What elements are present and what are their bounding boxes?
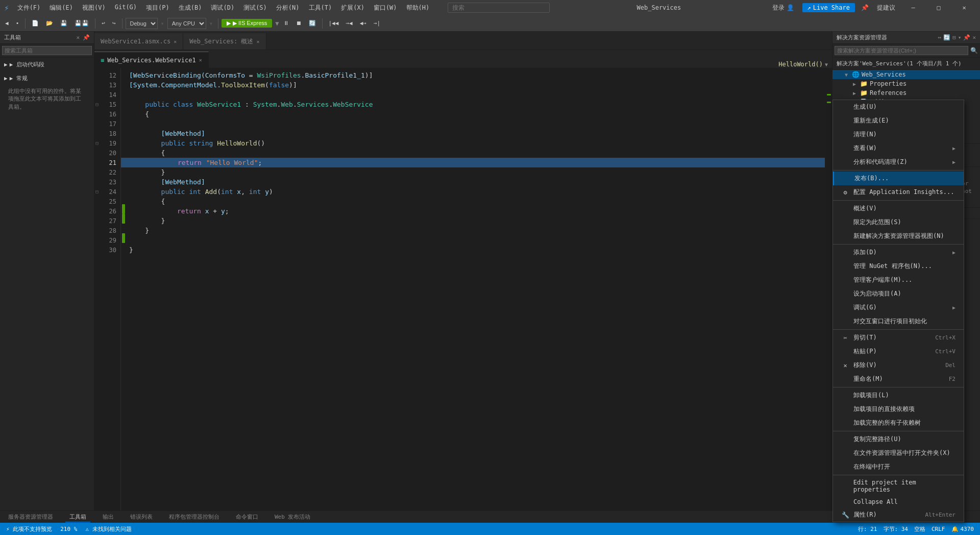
menu-analyze[interactable]: 分析(N) xyxy=(272,3,304,13)
solution-explorer-search-input[interactable] xyxy=(835,46,968,55)
bottom-tab-toolbox[interactable]: 工具箱 xyxy=(65,512,90,522)
cpu-dropdown[interactable]: Any CPU xyxy=(167,18,206,29)
toolbar-misc1[interactable]: |◀◀ xyxy=(326,19,342,28)
tree-item-webservices[interactable]: ▼ 🌐 Web_Services xyxy=(832,70,980,79)
toolbar-save[interactable]: 💾 xyxy=(57,19,70,28)
ctx-open-folder[interactable]: 在文件资源管理器中打开文件夹(X) xyxy=(833,446,964,460)
ctx-load-direct[interactable]: 加载项目的直接依赖项 xyxy=(833,402,964,416)
code-content[interactable]: [WebServiceBinding(ConformsTo = WsiProfi… xyxy=(121,68,825,510)
toolbar-new[interactable]: 📄 xyxy=(29,19,42,28)
menu-build[interactable]: 生成(B) xyxy=(175,3,206,13)
bottom-tab-package[interactable]: 程序包管理器控制台 xyxy=(165,512,224,522)
minimize-button[interactable]: — xyxy=(901,0,925,15)
run-dropdown[interactable]: ▼ xyxy=(275,20,279,27)
status-encoding[interactable]: CRLF xyxy=(929,525,947,533)
menu-view[interactable]: 视图(V) xyxy=(78,3,110,13)
ctx-scope[interactable]: 限定为此范围(S) xyxy=(833,215,964,229)
bottom-tab-server-explorer[interactable]: 服务器资源管理器 xyxy=(4,512,57,522)
toolbox-pin-button[interactable]: 📌 xyxy=(83,34,90,41)
menu-debug[interactable]: 调试(D) xyxy=(207,3,238,13)
status-issues[interactable]: ⚠ 未找到相关问题 xyxy=(83,525,133,533)
run-button[interactable]: ▶ ▶ IIS Express xyxy=(222,19,272,28)
minimap-scrollbar[interactable] xyxy=(825,68,832,510)
solution-explorer-filter-icon[interactable]: ▾ xyxy=(958,34,962,41)
toolbar-nav[interactable]: • xyxy=(13,19,22,28)
status-zoom[interactable]: 210 % xyxy=(58,526,79,532)
menu-extensions[interactable]: 扩展(X) xyxy=(337,3,369,13)
toolbox-close-button[interactable]: ✕ xyxy=(76,34,80,41)
toolbar-redo[interactable]: ↪ xyxy=(109,19,119,28)
ctx-overview[interactable]: 概述(V) xyxy=(833,202,964,215)
active-tab-close[interactable]: ✕ xyxy=(199,57,202,63)
tree-item-properties[interactable]: ▶ 📁 Properties xyxy=(832,79,980,88)
method-dropdown[interactable]: HelloWorld() ▼ xyxy=(774,61,832,68)
active-tab[interactable]: ≡ Web_Services.WebService1 ✕ xyxy=(94,52,209,68)
toolbar-save-all[interactable]: 💾💾 xyxy=(71,19,92,28)
ctx-newview[interactable]: 新建解决方案资源管理器视图(N) xyxy=(833,229,964,243)
ctx-add[interactable]: 添加(D) ▶ xyxy=(833,246,964,259)
toolbar-misc3[interactable]: ◀→ xyxy=(357,19,370,28)
toolbar-back[interactable]: ◀ xyxy=(2,19,12,28)
ctx-open-terminal[interactable]: 在终端中打开 xyxy=(833,460,964,474)
status-notifs[interactable]: 🔔 4370 xyxy=(949,525,976,533)
live-share-button[interactable]: ↗ Live Share xyxy=(802,3,855,12)
toolbar-undo[interactable]: ↩ xyxy=(99,19,108,28)
solution-explorer-pin-icon[interactable]: 📌 xyxy=(963,34,970,41)
solution-explorer-collapse-icon[interactable]: ⊟ xyxy=(952,34,956,41)
bottom-tab-errors[interactable]: 错误列表 xyxy=(126,512,157,522)
collapse-24-button[interactable]: ⊟ xyxy=(95,189,99,194)
toolbox-startup-toggle[interactable]: ▶ ▶ 启动代码段 xyxy=(4,60,90,69)
ctx-copy-path[interactable]: 复制完整路径(U) xyxy=(833,432,964,446)
status-col[interactable]: 字节: 34 xyxy=(881,525,911,533)
toolbar-stop[interactable]: ⏹ xyxy=(293,19,305,28)
ctx-clean[interactable]: 清理(N) xyxy=(833,128,964,141)
ctx-publish[interactable]: 发布(B)... xyxy=(833,172,964,185)
ctx-load-all[interactable]: 加载完整的所有子依赖树 xyxy=(833,416,964,430)
menu-test[interactable]: 测试(S) xyxy=(239,3,271,13)
toolbar-open[interactable]: 📂 xyxy=(43,19,56,28)
menu-tools[interactable]: 工具(T) xyxy=(305,3,336,13)
ctx-cut[interactable]: ✂ 剪切(T) Ctrl+X xyxy=(833,331,964,345)
toolbox-search-input[interactable] xyxy=(2,46,92,55)
menu-file[interactable]: 文件(F) xyxy=(13,3,45,13)
collapse-15-button[interactable]: ⊟ xyxy=(95,102,99,107)
menu-window[interactable]: 窗口(W) xyxy=(370,3,401,13)
ctx-collapse-all[interactable]: Collapse All xyxy=(833,496,964,508)
solution-explorer-sync-icon[interactable]: ↔ xyxy=(938,34,942,41)
bottom-tab-output[interactable]: 输出 xyxy=(99,512,118,522)
status-line[interactable]: 行: 21 xyxy=(856,525,879,533)
toolbar-restart[interactable]: 🔄 xyxy=(306,19,319,28)
tab-overview-close[interactable]: ✕ xyxy=(256,39,259,44)
bottom-tab-publish[interactable]: Web 发布活动 xyxy=(271,512,315,522)
status-space[interactable]: 空格 xyxy=(912,525,927,533)
tab-webservice1[interactable]: WebService1.asmx.cs ✕ xyxy=(94,33,183,50)
ctx-debug-sub[interactable]: 调试(G) ▶ xyxy=(833,301,964,314)
ctx-edit-properties[interactable]: Edit project item properties xyxy=(833,476,964,496)
ctx-unload[interactable]: 卸载项目(L) xyxy=(833,388,964,402)
menu-git[interactable]: Git(G) xyxy=(111,3,141,13)
ctx-interactive[interactable]: 对交互窗口进行项目初始化 xyxy=(833,314,964,328)
ctx-rename[interactable]: 重命名(M) F2 xyxy=(833,372,964,386)
login-area[interactable]: 登录 👤 xyxy=(768,4,798,12)
menu-project[interactable]: 项目(P) xyxy=(142,3,174,13)
solution-explorer-close-icon[interactable]: ✕ xyxy=(972,34,976,41)
menu-help[interactable]: 帮助(H) xyxy=(402,3,434,13)
ctx-remove[interactable]: ✕ 移除(V) Del xyxy=(833,358,964,372)
tab-webservices-overview[interactable]: Web_Services: 概述 ✕ xyxy=(183,33,266,50)
ctx-properties[interactable]: 🔧 属性(R) Alt+Enter xyxy=(833,508,964,522)
ctx-paste[interactable]: 粘贴(P) Ctrl+V xyxy=(833,345,964,358)
ctx-clientlib[interactable]: 管理客户端库(M)... xyxy=(833,273,964,287)
status-preview[interactable]: ⚡ 此项不支持预览 xyxy=(4,525,54,533)
solution-explorer-refresh-icon[interactable]: 🔄 xyxy=(943,34,950,41)
global-search-input[interactable] xyxy=(448,3,550,13)
bottom-tab-command[interactable]: 命令窗口 xyxy=(232,512,262,522)
collapse-19-button[interactable]: ⊟ xyxy=(95,140,99,146)
toolbar-misc2[interactable]: →◀ xyxy=(342,19,355,28)
toolbox-general-toggle[interactable]: ▶ ▶ 常规 xyxy=(4,74,90,83)
toolbar-misc4[interactable]: →| xyxy=(371,19,383,28)
ctx-rebuild[interactable]: 重新生成(E) xyxy=(833,114,964,128)
ctx-startup[interactable]: 设为启动项目(A) xyxy=(833,287,964,301)
toolbar-attach[interactable]: ⏸ xyxy=(280,19,292,28)
tab-webservice1-close[interactable]: ✕ xyxy=(174,39,177,44)
debug-config-dropdown[interactable]: Debug xyxy=(126,18,158,29)
